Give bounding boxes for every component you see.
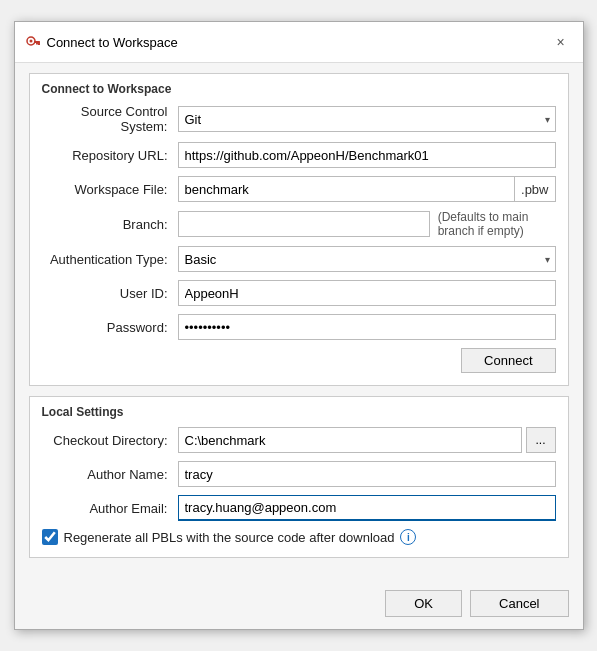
svg-rect-4: [36, 43, 38, 45]
checkout-dir-inputs: ...: [178, 427, 556, 453]
password-input[interactable]: [178, 314, 556, 340]
source-control-select[interactable]: Git SVN TFS: [178, 106, 556, 132]
checkout-dir-input[interactable]: [178, 427, 522, 453]
local-settings-title: Local Settings: [42, 405, 556, 419]
workspace-section: Connect to Workspace Source Control Syst…: [29, 73, 569, 386]
branch-hint: (Defaults to main branch if empty): [438, 210, 556, 238]
user-id-input[interactable]: [178, 280, 556, 306]
author-email-input[interactable]: [178, 495, 556, 521]
author-name-input[interactable]: [178, 461, 556, 487]
workspace-icon: [25, 34, 41, 50]
password-field: [178, 314, 556, 340]
source-control-row: Source Control System: Git SVN TFS ▾: [42, 104, 556, 134]
author-name-label: Author Name:: [42, 467, 172, 482]
cancel-button[interactable]: Cancel: [470, 590, 568, 617]
workspace-file-field: .pbw: [178, 176, 556, 202]
user-id-row: User ID:: [42, 280, 556, 306]
regenerate-checkbox[interactable]: [42, 529, 58, 545]
branch-inputs: (Defaults to main branch if empty): [178, 210, 556, 238]
auth-type-row: Authentication Type: Basic Token SSH ▾: [42, 246, 556, 272]
repository-url-label: Repository URL:: [42, 148, 172, 163]
connect-button[interactable]: Connect: [461, 348, 555, 373]
dialog-footer: OK Cancel: [15, 582, 583, 629]
author-name-row: Author Name:: [42, 461, 556, 487]
auth-type-label: Authentication Type:: [42, 252, 172, 267]
workspace-file-name-input[interactable]: [178, 176, 516, 202]
dialog-body: Connect to Workspace Source Control Syst…: [15, 63, 583, 582]
title-bar: Connect to Workspace ×: [15, 22, 583, 63]
browse-button[interactable]: ...: [526, 427, 556, 453]
branch-field: (Defaults to main branch if empty): [178, 210, 556, 238]
source-control-select-wrapper: Git SVN TFS ▾: [178, 106, 556, 132]
password-row: Password:: [42, 314, 556, 340]
checkout-dir-row: Checkout Directory: ...: [42, 427, 556, 453]
connect-to-workspace-dialog: Connect to Workspace × Connect to Worksp…: [14, 21, 584, 630]
author-email-field: [178, 495, 556, 521]
pbw-extension-label: .pbw: [515, 176, 555, 202]
repository-url-field: [178, 142, 556, 168]
repository-url-input[interactable]: [178, 142, 556, 168]
connect-btn-row: Connect: [42, 348, 556, 373]
author-name-field: [178, 461, 556, 487]
close-button[interactable]: ×: [549, 30, 573, 54]
dialog-title: Connect to Workspace: [47, 35, 178, 50]
branch-label: Branch:: [42, 217, 172, 232]
auth-type-select-wrapper: Basic Token SSH ▾: [178, 246, 556, 272]
title-bar-left: Connect to Workspace: [25, 34, 178, 50]
auth-type-field: Basic Token SSH ▾: [178, 246, 556, 272]
workspace-file-label: Workspace File:: [42, 182, 172, 197]
source-control-field: Git SVN TFS ▾: [178, 106, 556, 132]
workspace-section-title: Connect to Workspace: [42, 82, 556, 96]
checkout-dir-field: ...: [178, 427, 556, 453]
source-control-label: Source Control System:: [42, 104, 172, 134]
regenerate-label: Regenerate all PBLs with the source code…: [64, 530, 395, 545]
author-email-label: Author Email:: [42, 501, 172, 516]
workspace-file-row: Workspace File: .pbw: [42, 176, 556, 202]
info-icon[interactable]: i: [400, 529, 416, 545]
branch-row: Branch: (Defaults to main branch if empt…: [42, 210, 556, 238]
auth-type-select[interactable]: Basic Token SSH: [178, 246, 556, 272]
svg-point-1: [29, 40, 32, 43]
regenerate-checkbox-row: Regenerate all PBLs with the source code…: [42, 529, 556, 545]
svg-rect-2: [34, 41, 40, 43]
user-id-label: User ID:: [42, 286, 172, 301]
password-label: Password:: [42, 320, 172, 335]
author-email-row: Author Email:: [42, 495, 556, 521]
ok-button[interactable]: OK: [385, 590, 462, 617]
local-settings-section: Local Settings Checkout Directory: ... A…: [29, 396, 569, 558]
branch-input[interactable]: [178, 211, 430, 237]
repository-url-row: Repository URL:: [42, 142, 556, 168]
checkout-dir-label: Checkout Directory:: [42, 433, 172, 448]
workspace-file-inputs: .pbw: [178, 176, 556, 202]
user-id-field: [178, 280, 556, 306]
svg-rect-3: [38, 43, 40, 45]
